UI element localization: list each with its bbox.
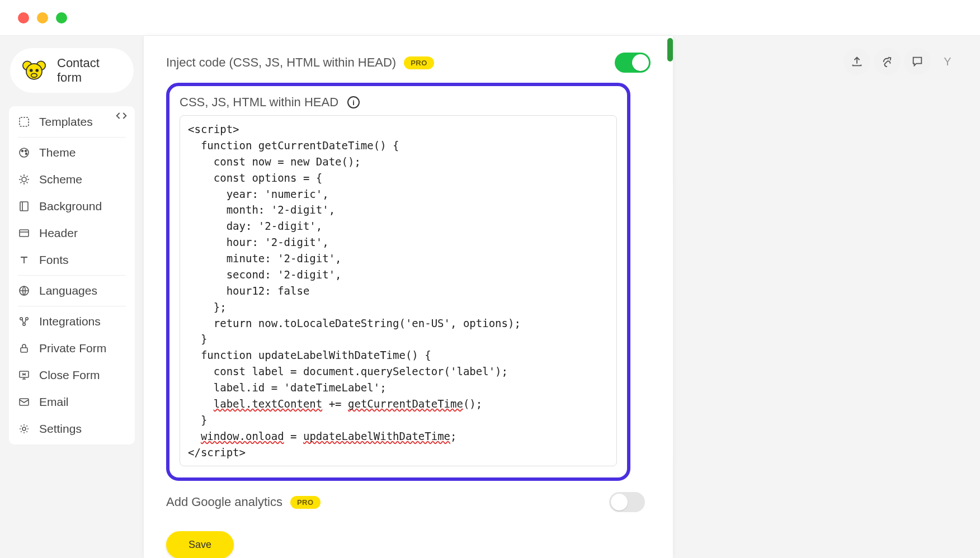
save-button[interactable]: Save [166, 531, 234, 558]
gear-icon [18, 423, 30, 434]
lock-icon [18, 343, 30, 354]
export-button[interactable] [844, 48, 870, 75]
sidebar-item-fonts[interactable]: Fonts [9, 247, 135, 273]
window-titlebar [0, 0, 980, 36]
globe-icon [18, 285, 30, 296]
svg-rect-18 [21, 348, 27, 352]
sidebar-item-settings[interactable]: Settings [9, 415, 135, 442]
fonts-icon [18, 254, 30, 266]
close-window-button[interactable] [18, 12, 29, 23]
sidebar-item-label: Theme [39, 146, 76, 159]
inject-code-row: Inject code (CSS, JS, HTML within HEAD) … [166, 53, 651, 73]
sidebar-item-label: Private Form [39, 342, 106, 355]
pro-badge: PRO [404, 56, 434, 69]
templates-icon [18, 116, 30, 127]
analytics-row: Add Google analytics PRO [166, 492, 645, 512]
window-controls [18, 12, 67, 23]
sun-icon [18, 174, 30, 185]
svg-point-17 [23, 323, 25, 325]
panel-scrollbar[interactable] [667, 38, 673, 558]
palette-icon [18, 147, 30, 158]
header-icon [18, 228, 30, 239]
info-icon[interactable]: i [347, 96, 360, 108]
inject-code-toggle[interactable] [615, 53, 651, 73]
sidebar-item-label: Integrations [39, 315, 101, 328]
sidebar-item-email[interactable]: Email [9, 389, 135, 415]
svg-point-11 [22, 177, 26, 182]
sidebar-item-close-form[interactable]: Close Form [9, 362, 135, 389]
monitor-x-icon [18, 370, 30, 381]
sidebar-group: Templates Theme Scheme Background [9, 106, 135, 444]
monkey-logo-icon [22, 59, 46, 82]
maximize-window-button[interactable] [56, 12, 67, 23]
code-field-highlight: CSS, JS, HTML within HEAD i <script> fun… [166, 83, 630, 481]
comment-button[interactable] [904, 48, 931, 75]
sidebar-item-label: Header [39, 226, 78, 240]
sidebar-item-label: Background [39, 200, 102, 213]
sidebar: Contact form Templates Theme [0, 36, 144, 558]
sidebar-item-theme[interactable]: Theme [9, 139, 135, 166]
svg-point-10 [26, 153, 27, 155]
inject-code-title: Inject code (CSS, JS, HTML within HEAD) [166, 55, 396, 70]
svg-point-7 [20, 148, 29, 157]
pro-badge: PRO [290, 496, 321, 509]
svg-point-9 [25, 150, 27, 152]
code-field-label: CSS, JS, HTML within HEAD [180, 95, 338, 110]
code-icon[interactable] [116, 112, 127, 122]
analytics-toggle[interactable] [609, 492, 645, 512]
publish-button[interactable] [874, 48, 901, 75]
analytics-title: Add Google analytics [166, 495, 282, 509]
svg-rect-20 [20, 399, 29, 405]
minimize-window-button[interactable] [37, 12, 48, 23]
sidebar-item-label: Templates [39, 115, 93, 129]
settings-panel: Inject code (CSS, JS, HTML within HEAD) … [144, 36, 673, 558]
svg-rect-12 [20, 202, 28, 211]
sidebar-item-header[interactable]: Header [9, 220, 135, 247]
sidebar-item-integrations[interactable]: Integrations [9, 308, 135, 335]
code-textarea[interactable]: <script> function getCurrentDateTime() {… [180, 115, 617, 466]
sidebar-item-label: Close Form [39, 368, 100, 382]
sidebar-item-scheme[interactable]: Scheme [9, 166, 135, 193]
svg-rect-6 [20, 117, 29, 126]
svg-rect-13 [20, 230, 29, 237]
sidebar-item-label: Email [39, 395, 69, 409]
main-area: Inject code (CSS, JS, HTML within HEAD) … [144, 36, 980, 558]
sidebar-item-label: Scheme [39, 173, 82, 186]
svg-point-4 [35, 69, 39, 72]
sidebar-item-background[interactable]: Background [9, 193, 135, 220]
svg-point-3 [30, 69, 33, 72]
sidebar-item-languages[interactable]: Languages [9, 277, 135, 304]
mail-icon [18, 396, 30, 408]
svg-point-8 [22, 150, 23, 152]
top-right-toolbar: Y [844, 48, 961, 75]
form-title-bar[interactable]: Contact form [10, 48, 134, 93]
svg-point-21 [22, 427, 26, 431]
sidebar-item-private-form[interactable]: Private Form [9, 335, 135, 362]
avatar[interactable]: Y [934, 48, 961, 75]
form-title: Contact form [57, 56, 121, 85]
background-icon [18, 201, 30, 212]
integrations-icon [18, 316, 30, 327]
sidebar-item-label: Settings [39, 422, 82, 436]
sidebar-item-label: Languages [39, 284, 97, 297]
sidebar-item-label: Fonts [39, 253, 69, 267]
